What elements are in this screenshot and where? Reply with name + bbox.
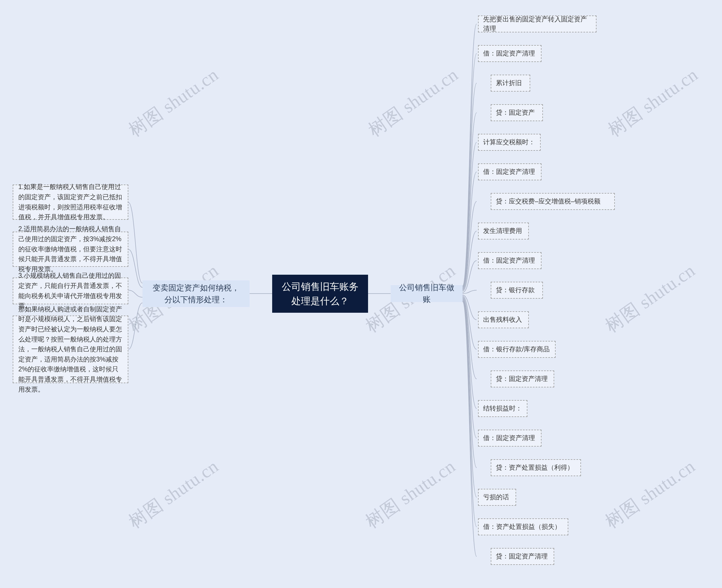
right-item-9[interactable]: 借：固定资产清理 [478, 252, 542, 269]
right-item-12[interactable]: 借：银行存款/库存商品 [478, 341, 556, 358]
mindmap-canvas: 树图 shutu.cn 树图 shutu.cn 树图 shutu.cn 树图 s… [0, 0, 722, 588]
center-node[interactable]: 公司销售旧车账务处理是什么？ [272, 275, 368, 313]
left-item-1[interactable]: 1.如果是一般纳税人销售自己使用过的固定资产，该固定资产之前已抵扣进项税额时，则… [13, 185, 128, 220]
right-item-15[interactable]: 借：固定资产清理 [478, 430, 542, 446]
watermark: 树图 shutu.cn [124, 454, 223, 534]
right-item-16[interactable]: 贷：资产处置损益（利得） [491, 459, 581, 476]
left-item-3[interactable]: 3.小规模纳税人销售自己使用过的固定资产，只能自行开具普通发票，不能向税务机关申… [13, 277, 128, 304]
watermark: 树图 shutu.cn [124, 63, 223, 143]
right-item-8[interactable]: 发生清理费用 [478, 223, 529, 239]
right-item-19[interactable]: 贷：固定资产清理 [491, 548, 554, 565]
watermark: 树图 shutu.cn [603, 63, 703, 143]
right-item-3[interactable]: 累计折旧 [491, 75, 530, 91]
right-item-4[interactable]: 贷：固定资产 [491, 104, 543, 121]
right-item-6[interactable]: 借：固定资产清理 [478, 163, 542, 180]
watermark: 树图 shutu.cn [363, 63, 463, 143]
right-item-18[interactable]: 借：资产处置损益（损失） [478, 519, 568, 535]
left-branch-node[interactable]: 变卖固定资产如何纳税，分以下情形处理： [142, 280, 249, 307]
watermark: 树图 shutu.cn [361, 454, 460, 534]
left-item-2[interactable]: 2.适用简易办法的一般纳税人销售自己使用过的固定资产，按3%减按2%的征收率缴纳… [13, 232, 128, 267]
right-item-1[interactable]: 先把要出售的固定资产转入固定资产清理 [478, 16, 597, 33]
right-item-11[interactable]: 出售残料收入 [478, 311, 529, 328]
right-item-17[interactable]: 亏损的话 [478, 489, 516, 506]
right-item-10[interactable]: 贷：银行存款 [491, 282, 543, 299]
watermark: 树图 shutu.cn [600, 454, 700, 534]
right-item-13[interactable]: 贷：固定资产清理 [491, 371, 554, 387]
watermark: 树图 shutu.cn [600, 258, 700, 338]
left-item-4[interactable]: 那如果纳税人购进或者自制固定资产时是小规模纳税人，之后销售该固定资产时已经被认定… [13, 316, 128, 383]
right-item-2[interactable]: 借：固定资产清理 [478, 45, 542, 62]
right-branch-node[interactable]: 公司销售旧车做账 [390, 285, 463, 302]
right-item-7[interactable]: 贷：应交税费–应交增值税–销项税额 [491, 193, 615, 210]
right-item-14[interactable]: 结转损益时： [478, 400, 527, 417]
right-item-5[interactable]: 计算应交税额时： [478, 134, 541, 151]
